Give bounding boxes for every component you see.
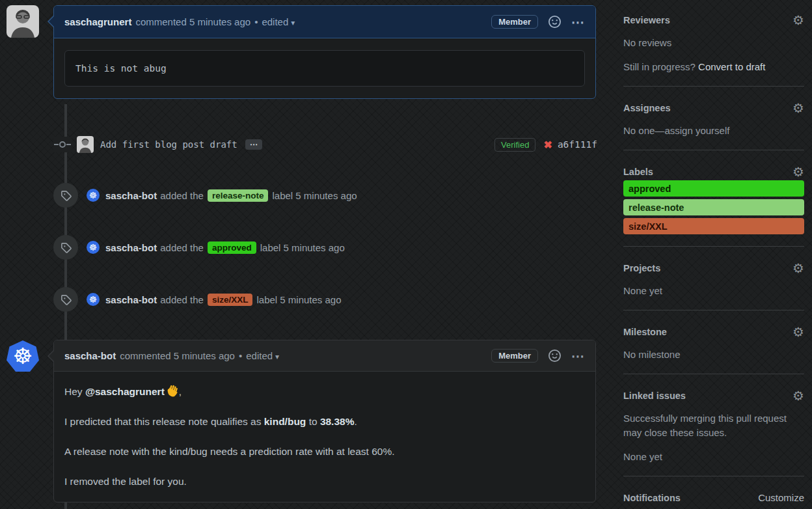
assignees-empty-text: No one—assign yourself: [623, 124, 804, 138]
commit-author-avatar[interactable]: [77, 136, 94, 153]
dot-separator: •: [254, 16, 258, 27]
wave-emoji: [167, 385, 179, 397]
tag-icon: [53, 287, 78, 312]
label-pill[interactable]: size/XXL: [208, 294, 253, 306]
kubernetes-wheel-icon: ☸: [89, 191, 98, 200]
comment-paragraph: I removed the label for you.: [64, 475, 585, 489]
gear-icon[interactable]: ⚙: [792, 14, 804, 26]
event-suffix-text: label 5 minutes ago: [256, 294, 341, 305]
sidebar-section-reviewers: Reviewers ⚙ No reviews Still in progress…: [623, 14, 804, 87]
avatar-saschagrunert[interactable]: [7, 5, 39, 38]
edited-dropdown[interactable]: edited▾: [246, 350, 279, 361]
commit-row: Add first blog post draft ⋯ Verified ✖ a…: [53, 133, 597, 156]
event-suffix-text: label 5 minutes ago: [260, 242, 345, 253]
status-failed-icon[interactable]: ✖: [543, 139, 552, 151]
git-commit-icon: [53, 137, 72, 152]
sidebar-label-release-note[interactable]: release-note: [623, 199, 804, 215]
assignees-title: Assignees: [623, 103, 671, 113]
labels-title: Labels: [623, 167, 653, 177]
event-suffix-text: label 5 minutes ago: [272, 190, 357, 201]
sascha-bot-avatar[interactable]: ☸: [87, 189, 100, 202]
pull-request-conversation-page: { "icons": { "gear": "⚙", "kebab": "⋯", …: [0, 0, 812, 509]
comment-author-link[interactable]: saschagrunert: [64, 16, 131, 27]
sidebar: Reviewers ⚙ No reviews Still in progress…: [623, 14, 804, 509]
smiley-icon: [548, 350, 561, 362]
customize-link[interactable]: Customize: [758, 492, 804, 503]
member-badge: Member: [491, 349, 538, 363]
sidebar-section-assignees: Assignees ⚙ No one—assign yourself: [623, 102, 804, 150]
kebab-menu-button[interactable]: ⋯: [571, 14, 585, 30]
kebab-menu-button[interactable]: ⋯: [571, 348, 585, 364]
linked-issues-description: Successfully merging this pull request m…: [623, 411, 804, 440]
event-actor-link[interactable]: sascha-bot: [105, 242, 157, 253]
emoji-reaction-button[interactable]: [548, 16, 561, 28]
edited-dropdown[interactable]: edited▾: [262, 16, 295, 27]
comment-paragraph: A release note with the kind/bug needs a…: [64, 445, 585, 459]
comment-sascha-bot: sascha-bot commented 5 minutes ago • edi…: [53, 340, 596, 502]
member-badge: Member: [491, 15, 538, 29]
sidebar-section-milestone: Milestone ⚙ No milestone: [623, 326, 804, 374]
avatar-sascha-bot[interactable]: ☸: [7, 340, 39, 372]
tag-icon: [53, 235, 78, 260]
sidebar-section-linked-issues: Linked issues ⚙ Successfully merging thi…: [623, 390, 804, 476]
sidebar-label-approved[interactable]: approved: [623, 180, 804, 197]
gear-icon[interactable]: ⚙: [792, 102, 804, 114]
mention-link[interactable]: @saschagrunert: [85, 386, 165, 397]
comment-timestamp: commented 5 minutes ago: [135, 16, 250, 27]
label-pill[interactable]: release-note: [208, 189, 269, 202]
comment-body: This is not abug: [54, 38, 595, 98]
reviewers-empty-text: No reviews: [623, 36, 804, 50]
notifications-title: Notifications: [623, 493, 681, 503]
sidebar-section-projects: Projects ⚙ None yet: [623, 262, 804, 310]
sascha-bot-avatar[interactable]: ☸: [87, 241, 100, 254]
linked-issues-empty-text: None yet: [623, 450, 804, 464]
kubernetes-wheel-icon: ☸: [13, 345, 33, 367]
label-event-row: ☸ sascha-bot added the size/XXL label 5 …: [53, 287, 597, 312]
projects-empty-text: None yet: [623, 284, 804, 298]
sascha-bot-avatar[interactable]: ☸: [87, 293, 100, 306]
comment-paragraph: I predicted that this release note quali…: [64, 415, 585, 429]
tag-icon: [53, 183, 78, 208]
assign-yourself-link[interactable]: assign yourself: [664, 125, 729, 136]
label-event-row: ☸ sascha-bot added the approved label 5 …: [53, 235, 597, 260]
linked-issues-title: Linked issues: [623, 391, 686, 401]
kubernetes-wheel-icon: ☸: [89, 243, 98, 252]
event-actor-link[interactable]: sascha-bot: [105, 190, 157, 201]
event-action-text: added the: [160, 294, 204, 305]
event-action-text: added the: [160, 190, 204, 201]
gear-icon[interactable]: ⚙: [792, 390, 804, 402]
sidebar-section-notifications: Notifications Customize: [623, 492, 804, 509]
gear-icon[interactable]: ⚙: [792, 262, 804, 274]
commit-expander-button[interactable]: ⋯: [245, 139, 262, 150]
event-action-text: added the: [160, 242, 204, 253]
gear-icon[interactable]: ⚙: [792, 326, 804, 338]
comment-header: saschagrunert commented 5 minutes ago • …: [54, 6, 595, 38]
verified-badge[interactable]: Verified: [494, 138, 535, 152]
chevron-down-icon: ▾: [275, 352, 279, 361]
convert-to-draft-link[interactable]: Convert to draft: [698, 61, 765, 72]
person-portrait-icon: [77, 136, 94, 153]
commit-sha-link[interactable]: a6f111f: [558, 139, 597, 150]
comment-paragraph: Hey @saschagrunert,: [64, 385, 585, 399]
code-block: This is not abug: [64, 50, 585, 87]
kubernetes-wheel-icon: ☸: [89, 295, 98, 304]
event-actor-link[interactable]: sascha-bot: [105, 294, 157, 305]
smiley-icon: [548, 16, 561, 28]
reviewers-title: Reviewers: [623, 15, 670, 25]
chevron-down-icon: ▾: [291, 18, 295, 27]
projects-title: Projects: [623, 263, 660, 273]
milestone-empty-text: No milestone: [623, 348, 804, 362]
reviewers-hint: Still in progress? Convert to draft: [623, 60, 804, 74]
commit-message-link[interactable]: Add first blog post draft: [100, 139, 237, 150]
comment-author-link[interactable]: sascha-bot: [64, 350, 116, 361]
label-pill[interactable]: approved: [208, 241, 256, 254]
gear-icon[interactable]: ⚙: [792, 166, 804, 178]
comment-saschagrunert: saschagrunert commented 5 minutes ago • …: [53, 5, 596, 99]
person-portrait-icon: [7, 5, 39, 38]
milestone-title: Milestone: [623, 327, 667, 337]
dot-separator: •: [239, 350, 242, 361]
emoji-reaction-button[interactable]: [548, 350, 561, 362]
sidebar-label-size-xxl[interactable]: size/XXL: [623, 218, 804, 234]
comment-body: Hey @saschagrunert, I predicted that thi…: [54, 372, 595, 502]
sidebar-section-labels: Labels ⚙ approved release-note size/XXL: [623, 166, 804, 247]
